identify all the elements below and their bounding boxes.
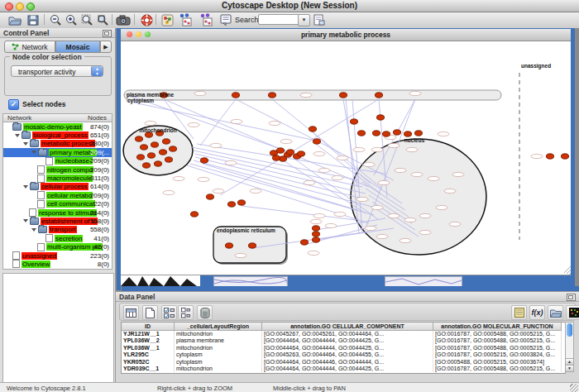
node-label-box[interactable] — [363, 162, 375, 166]
table-cell[interactable]: YPL036W__2 — [122, 337, 175, 344]
table-column-header[interactable]: ID — [122, 323, 175, 331]
expand-triangle-icon[interactable] — [31, 151, 36, 154]
node-label-box[interactable] — [332, 175, 343, 179]
node-label-box[interactable] — [371, 205, 383, 209]
network-node[interactable] — [190, 212, 198, 217]
network-node[interactable] — [237, 200, 245, 205]
table-scrollbar[interactable]: ▲ ▼ — [565, 322, 574, 372]
tree-row[interactable]: metabolic process280(0) — [3, 140, 112, 148]
node-label-box[interactable] — [388, 143, 400, 147]
network-node[interactable] — [286, 150, 294, 155]
zoom-in-icon[interactable] — [64, 13, 79, 26]
node-label-box[interactable] — [400, 238, 411, 242]
node-label-box[interactable] — [337, 155, 348, 160]
tree-row[interactable]: Overview8(0) — [3, 260, 112, 268]
network-node[interactable] — [546, 154, 553, 159]
node-label-box[interactable] — [404, 218, 416, 222]
attribute-table-icon[interactable] — [123, 305, 139, 320]
network-node[interactable] — [276, 148, 284, 153]
node-label-box[interactable] — [280, 139, 292, 143]
tree-row[interactable]: biological_process651(0) — [3, 131, 112, 139]
tree-header[interactable]: Network Nodes — [2, 113, 112, 122]
tree-row[interactable]: unassigned223(0) — [3, 251, 112, 260]
annotation-import-icon[interactable] — [178, 13, 193, 26]
tree-row[interactable]: nitrogen compo209(0) — [3, 165, 112, 174]
node-label-box[interactable] — [444, 189, 456, 193]
new-attribute-icon[interactable] — [142, 305, 158, 320]
table-cell[interactable]: [GO:0005488, GO:0005215, GO:0003674] — [433, 359, 562, 366]
tree-row[interactable]: multi-organism pro42(0) — [3, 242, 112, 251]
network-node[interactable] — [162, 139, 170, 144]
network-node[interactable] — [312, 226, 319, 231]
network-node[interactable] — [227, 202, 235, 207]
tree-row[interactable]: response to stimulu264(0) — [3, 208, 112, 217]
node-label-box[interactable] — [378, 180, 390, 184]
network-window-titlebar[interactable]: primary metabolic process — [121, 29, 571, 41]
tab-mosaic[interactable]: Mosaic — [55, 41, 100, 53]
table-cell[interactable]: [GO:0044464, GO:0044444, GO:0044425, G..… — [262, 345, 433, 351]
node-label-box[interactable] — [313, 213, 325, 218]
message-console-icon[interactable] — [218, 13, 233, 26]
network-node[interactable] — [200, 158, 208, 163]
table-cell[interactable]: YPL036W__1 — [122, 345, 175, 351]
tree-row[interactable]: cellular metabo209(0) — [3, 191, 112, 199]
node-label-box[interactable] — [419, 230, 431, 234]
network-node[interactable] — [232, 93, 239, 98]
session-note-icon[interactable] — [312, 13, 327, 26]
table-cell[interactable]: YDR039C__1 — [122, 366, 175, 372]
network-node[interactable] — [136, 155, 144, 160]
zoom-fit-icon[interactable] — [79, 13, 94, 26]
tree-row[interactable]: nucleobase-209(0) — [3, 157, 112, 165]
table-cell[interactable]: [GO:0045267, GO:0045261, GO:0044464, G..… — [262, 331, 433, 337]
table-cell[interactable]: [GO:0016787, GO:0005215, GO:0003824, G..… — [433, 351, 562, 358]
attribute-table[interactable]: ID_cellularLayoutRegionannotation.GO CEL… — [121, 322, 566, 374]
node-label-box[interactable] — [213, 189, 224, 193]
network-node[interactable] — [404, 131, 411, 136]
node-label-box[interactable] — [406, 147, 418, 151]
table-cell[interactable]: YJR121W__1 — [122, 331, 175, 337]
window-resize-grip[interactable] — [570, 384, 578, 392]
node-label-box[interactable] — [334, 212, 346, 216]
node-label-box[interactable] — [198, 177, 209, 181]
network-node[interactable] — [140, 145, 147, 150]
node-label-box[interactable] — [250, 189, 261, 193]
network-node[interactable] — [165, 157, 172, 162]
import-attributes-icon[interactable] — [548, 305, 563, 320]
table-cell[interactable]: [GO:0016787, GO:0005488, GO:0005215, G..… — [433, 345, 562, 351]
unselect-attributes-icon[interactable] — [178, 305, 194, 320]
node-label-box[interactable] — [449, 222, 461, 226]
attribute-matrix-icon[interactable] — [566, 305, 579, 320]
scrollbar-thumb[interactable] — [567, 323, 572, 337]
network-canvas[interactable]: plasma membranecytoplasmmitochondrionnuc… — [121, 41, 571, 275]
node-label-box[interactable] — [371, 147, 383, 151]
tree-row[interactable]: cell communicat22(0) — [3, 200, 112, 208]
network-node[interactable] — [309, 127, 316, 131]
network-node[interactable] — [339, 93, 347, 98]
select-nodes-checkbox[interactable]: ✓ — [8, 99, 19, 110]
node-label-box[interactable] — [145, 121, 156, 125]
table-cell[interactable]: [GO:0016787, GO:0005488, GO:0005215, G..… — [433, 366, 562, 372]
zoom-out-icon[interactable] — [48, 13, 63, 26]
network-node[interactable] — [169, 146, 176, 151]
zoom-selected-icon[interactable] — [95, 13, 110, 26]
table-cell[interactable]: [GO:0016787, GO:0005488, GO:0005215, G..… — [433, 337, 562, 344]
annotation-notes-icon[interactable] — [511, 305, 527, 320]
node-label-box[interactable] — [388, 213, 400, 218]
network-node[interactable] — [147, 153, 155, 158]
expand-triangle-icon[interactable] — [23, 219, 28, 222]
node-label-box[interactable] — [235, 253, 246, 257]
snapshot-camera-icon[interactable] — [116, 13, 131, 26]
table-cell[interactable]: plasma membrane — [175, 337, 262, 344]
network-node[interactable] — [357, 131, 365, 136]
network-node[interactable] — [151, 142, 158, 147]
node-label-box[interactable] — [419, 213, 431, 218]
node-label-box[interactable] — [365, 226, 376, 230]
help-lifesaver-icon[interactable] — [139, 13, 154, 26]
tree-row[interactable]: transport558(0) — [3, 226, 112, 234]
node-label-box[interactable] — [173, 176, 184, 180]
tree-row[interactable]: mosaic-demo-yeast874(0) — [3, 122, 112, 131]
tree-row[interactable]: establishment of lo558(0) — [3, 217, 112, 225]
node-label-box[interactable] — [436, 205, 447, 209]
delete-attribute-icon[interactable] — [197, 305, 213, 320]
table-cell[interactable]: mitochondrion — [175, 366, 262, 372]
